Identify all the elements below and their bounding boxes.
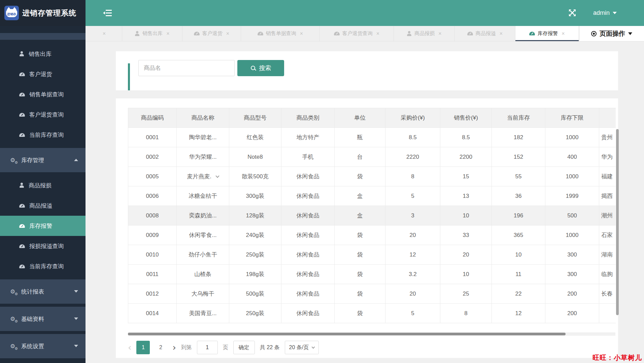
tab-label: 商品报溢 (476, 30, 496, 37)
search-button[interactable]: 搜索 (237, 60, 284, 76)
close-icon[interactable]: × (438, 31, 441, 37)
table-cell: 休闲食品 (281, 304, 335, 323)
table-cell: 长春 (599, 284, 616, 304)
table-cell: 10 (440, 265, 492, 284)
table-cell: 休闲食品 (281, 167, 335, 186)
table-cell: 揭西 (599, 186, 616, 206)
sidebar-item-4[interactable]: 当前库存查询 (0, 125, 86, 145)
table-cell: 36 (492, 186, 545, 206)
table-cell: 劲仔小鱼干 (177, 245, 229, 265)
sidebar-item-10[interactable]: 当前库存查询 (0, 256, 86, 276)
tab-blank[interactable]: × (86, 26, 122, 41)
tab-销售单据查询[interactable]: 销售单据查询× (241, 26, 320, 41)
close-icon[interactable]: × (226, 31, 229, 37)
close-icon[interactable]: × (103, 31, 106, 37)
fullscreen-icon[interactable] (568, 9, 576, 17)
close-icon[interactable]: × (376, 31, 379, 37)
page-size-select[interactable]: 20 条/页 (285, 341, 319, 354)
tab-商品报溢[interactable]: 商品报溢× (455, 26, 515, 41)
sidebar-item-0[interactable]: 销售出库 (0, 44, 86, 64)
table-cell: 散装500克 (229, 167, 281, 186)
table-cell: 8.5 (385, 128, 440, 147)
top-header: 进销存 进销存管理系统 admin (0, 0, 644, 26)
vertical-scrollbar[interactable] (616, 129, 619, 315)
table-cell: 20 (440, 245, 492, 265)
goto-page-input[interactable] (197, 341, 218, 354)
table-cell: 5 (385, 304, 440, 323)
page-numbers: 12 (136, 341, 167, 354)
tab-销售出库[interactable]: 销售出库× (122, 26, 182, 41)
table-header-row: 商品编码商品名称商品型号商品类别单位采购价(¥)销售价(¥)当前库存库存下限 (128, 108, 616, 128)
table-cell: 0010 (128, 245, 177, 265)
sidebar: 销售出库客户退货销售单据查询客户退货查询当前库存查询⚙库存管理商品报损商品报溢库… (0, 26, 86, 363)
sidebar-item-7[interactable]: 商品报溢 (0, 195, 86, 216)
page-size-value: 20 条/页 (289, 344, 309, 351)
dashboard-icon (334, 32, 340, 35)
table-cell: 300g装 (229, 186, 281, 206)
table-cell: 300 (545, 265, 599, 284)
user-icon (135, 31, 140, 36)
tab-商品报损[interactable]: 商品报损× (394, 26, 455, 41)
page-number-2[interactable]: 2 (154, 341, 167, 354)
table-cell: 22 (492, 284, 545, 304)
app-title: 进销存管理系统 (22, 8, 76, 18)
product-name-input[interactable] (138, 60, 235, 76)
sidebar-item-6[interactable]: 商品报损 (0, 175, 86, 195)
tab-库存报警[interactable]: 库存报警× (515, 26, 579, 41)
table-cell: 华为荣耀... (177, 147, 229, 167)
confirm-button[interactable]: 确定 (233, 341, 255, 354)
user-icon (19, 51, 24, 57)
app-logo: 进销存 (4, 6, 19, 20)
close-icon[interactable]: × (562, 31, 565, 37)
table-cell: 袋 (335, 225, 385, 245)
close-icon[interactable]: × (300, 31, 303, 37)
tab-客户退货[interactable]: 客户退货× (182, 26, 241, 41)
close-icon[interactable]: × (500, 31, 503, 37)
sidebar-item-1[interactable]: 客户退货 (0, 64, 86, 84)
table-cell: 冰糖金桔干 (177, 186, 229, 206)
horizontal-scrollbar[interactable] (128, 333, 566, 335)
table-cell: 0001 (128, 128, 177, 147)
dot-circle-icon (591, 31, 597, 36)
table-cell: 8 (440, 304, 492, 323)
tab-label: 客户退货查询 (342, 30, 373, 37)
tab-label: 销售单据查询 (266, 30, 296, 37)
close-icon[interactable]: × (166, 31, 169, 37)
column-header: 采购价(¥) (385, 108, 440, 128)
tab-客户退货查询[interactable]: 客户退货查询× (320, 26, 394, 41)
logo-text: 进销存 (6, 12, 17, 17)
next-page-button[interactable]: › (172, 343, 176, 352)
sidebar-collapse-icon[interactable] (103, 9, 112, 17)
table-cell: 台 (335, 147, 385, 167)
table-cell: 休闲食品 (281, 245, 335, 265)
sidebar-item-5[interactable]: ⚙库存管理 (0, 148, 86, 172)
page-number-1[interactable]: 1 (136, 341, 150, 354)
user-menu[interactable]: admin (593, 0, 617, 26)
page-operations-button[interactable]: 页面操作 (579, 26, 644, 41)
table-cell: 11 (492, 265, 545, 284)
sidebar-item-8[interactable]: 库存报警 (0, 216, 86, 236)
table-cell: 3.2 (385, 265, 440, 284)
column-header: 单位 (335, 108, 385, 128)
dashboard-icon (467, 32, 473, 35)
sidebar-item-13[interactable]: ⚙系统设置 (0, 334, 86, 358)
sidebar-item-3[interactable]: 客户退货查询 (0, 104, 86, 125)
chevron-down-icon[interactable] (215, 174, 219, 178)
chevron-down-icon (613, 12, 617, 14)
sidebar-item-9[interactable]: 报损报溢查询 (0, 236, 86, 256)
table-cell: 麦片燕麦. (177, 167, 229, 186)
user-icon (19, 183, 24, 188)
column-header: 商品名称 (177, 108, 229, 128)
table-cell: 贵州 (599, 128, 616, 147)
table-cell: 瓶 (335, 128, 385, 147)
sidebar-item-label: 客户退货查询 (29, 111, 64, 119)
sidebar-item-label: 商品报损 (29, 182, 52, 189)
sidebar-item-2[interactable]: 销售单据查询 (0, 84, 86, 104)
cogs-icon: ⚙ (10, 289, 17, 295)
sidebar-item-11[interactable]: ⚙统计报表 (0, 279, 86, 304)
sidebar-menu: 销售出库客户退货销售单据查询客户退货查询当前库存查询⚙库存管理商品报损商品报溢库… (0, 44, 86, 358)
sidebar-item-12[interactable]: ⚙基础资料 (0, 307, 86, 331)
prev-page-button[interactable]: ‹ (128, 343, 131, 352)
table-cell: 198g装 (229, 265, 281, 284)
table-cell: 0002 (128, 147, 177, 167)
